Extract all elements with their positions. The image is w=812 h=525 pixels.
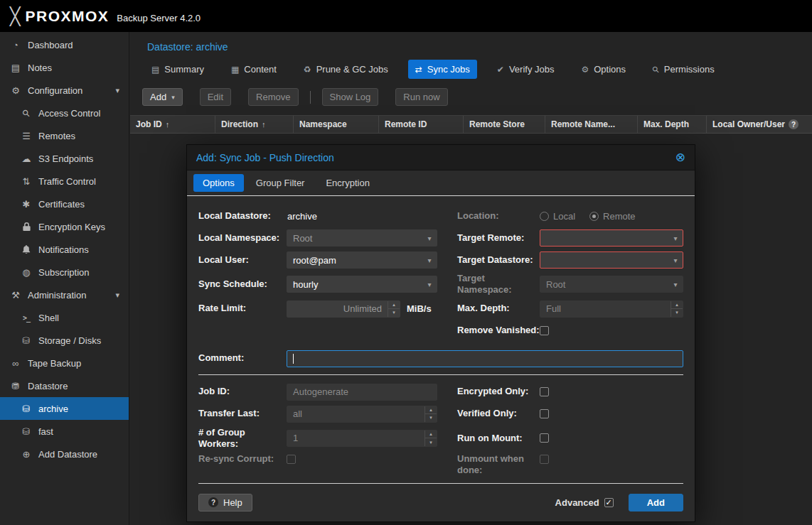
key-glyph: ⚲ xyxy=(20,107,32,119)
tab-sync-jobs[interactable]: ⇄ Sync Jobs xyxy=(408,60,477,79)
column-header-local-owner-user[interactable]: Local Owner/User ? xyxy=(707,116,812,133)
verified-only-checkbox[interactable] xyxy=(540,409,549,418)
tab-verify-jobs[interactable]: ✔ Verify Jobs xyxy=(490,60,562,79)
spin-down-icon[interactable]: ▾ xyxy=(388,309,400,317)
rate-limit-label: Rate Limit: xyxy=(198,303,287,314)
content-grid-icon: ▦ xyxy=(231,65,239,75)
help-button[interactable]: ? Help xyxy=(198,494,252,512)
sidebar-item-storage-disks[interactable]: ⛁ Storage / Disks xyxy=(0,329,129,352)
chevron-down-icon[interactable]: ▾ xyxy=(422,281,437,288)
dialog-tabbar: Options Group Filter Encryption xyxy=(187,171,695,196)
target-datastore-combo[interactable]: ▾ xyxy=(540,251,683,269)
sidebar-item-archive[interactable]: ⛁ archive xyxy=(0,397,129,420)
column-label: Local Owner/User xyxy=(712,119,785,129)
column-label: Job ID xyxy=(136,119,162,129)
column-header-namespace[interactable]: Namespace xyxy=(294,116,379,133)
local-user-combo[interactable]: root@pam ▾ xyxy=(287,251,437,269)
comment-input[interactable] xyxy=(287,350,683,367)
tab-prune-gc-jobs[interactable]: ♻ Prune & GC Jobs xyxy=(297,60,395,79)
transfer-last-label: Transfer Last: xyxy=(198,408,287,419)
column-header-max-depth[interactable]: Max. Depth xyxy=(638,116,707,133)
chevron-down-icon[interactable]: ▾ xyxy=(115,291,119,300)
sidebar-item-fast[interactable]: ⛁ fast xyxy=(0,420,129,443)
sidebar-item-administration[interactable]: ⚒ Administration ▾ xyxy=(0,283,129,306)
sidebar-item-notifications[interactable]: Notifications xyxy=(0,238,129,261)
rate-limit-spinner[interactable]: Unlimited ▴ ▾ xyxy=(287,301,400,318)
sidebar-item-subscription[interactable]: ◍ Subscription xyxy=(0,261,129,283)
add-button[interactable]: Add ▾ xyxy=(142,88,183,106)
target-remote-combo[interactable]: ▾ xyxy=(540,229,683,247)
edit-button[interactable]: Edit xyxy=(200,88,231,106)
sidebar-nav: ◔ Dashboard ▤ Notes ⚙ Configuration ▾ ⚲ … xyxy=(0,32,129,525)
location-radio-remote[interactable] xyxy=(589,212,599,221)
dialog-tab-group-filter[interactable]: Group Filter xyxy=(247,174,314,192)
sidebar-item-shell[interactable]: >_ Shell xyxy=(0,306,129,329)
sidebar-item-access-control[interactable]: ⚲ Access Control xyxy=(0,102,129,124)
chevron-down-icon[interactable]: ▾ xyxy=(422,234,437,242)
dialog-tab-encryption[interactable]: Encryption xyxy=(316,174,378,192)
dialog-add-button-label: Add xyxy=(647,497,665,508)
spin-up-icon[interactable]: ▴ xyxy=(388,301,400,310)
column-help-icon[interactable]: ? xyxy=(789,119,798,129)
sidebar-item-traffic-control[interactable]: ⇅ Traffic Control xyxy=(0,170,129,193)
spin-up-icon: ▴ xyxy=(671,301,683,310)
group-workers-spinner[interactable]: 1 ▴ ▾ xyxy=(287,430,437,447)
add-button-label: Add xyxy=(150,92,166,102)
spin-up-icon: ▴ xyxy=(425,406,437,415)
show-log-button-label: Show Log xyxy=(330,92,371,102)
run-now-button[interactable]: Run now xyxy=(395,88,447,106)
tab-options[interactable]: ⚙ Options xyxy=(574,60,633,79)
proxmox-logo-icon: ╳ xyxy=(10,8,20,25)
tab-summary[interactable]: ▤ Summary xyxy=(144,60,211,79)
column-header-remote-store[interactable]: Remote Store xyxy=(464,116,545,133)
chevron-down-icon[interactable]: ▾ xyxy=(422,256,437,264)
dialog-add-button[interactable]: Add xyxy=(629,494,683,512)
sidebar-item-datastore[interactable]: ⛃ Datastore xyxy=(0,374,129,397)
tab-permissions[interactable]: ⚲ Permissions xyxy=(646,60,722,79)
column-header-job-id[interactable]: Job ID ↑ xyxy=(130,116,215,133)
run-on-mount-checkbox[interactable] xyxy=(540,433,549,443)
max-depth-spinner[interactable]: Full ▴ ▾ xyxy=(540,301,683,318)
chevron-down-icon[interactable]: ▾ xyxy=(115,86,119,95)
location-radio-local[interactable] xyxy=(540,212,549,221)
key-glyph: ⚲ xyxy=(650,63,661,75)
encrypted-only-checkbox[interactable] xyxy=(540,387,549,396)
remove-button[interactable]: Remove xyxy=(248,88,298,106)
sidebar-item-configuration[interactable]: ⚙ Configuration ▾ xyxy=(0,79,129,102)
encrypted-only-label: Encrypted Only: xyxy=(457,386,540,397)
transfer-last-spinner[interactable]: all ▴ ▾ xyxy=(287,406,437,423)
target-remote-label: Target Remote: xyxy=(457,232,540,244)
tab-content[interactable]: ▦ Content xyxy=(224,60,284,79)
local-namespace-combo[interactable]: Root ▾ xyxy=(287,229,437,247)
sidebar-item-remotes[interactable]: ☰ Remotes xyxy=(0,124,129,147)
tab-label: Permissions xyxy=(664,64,715,75)
sync-schedule-combo[interactable]: hourly ▾ xyxy=(287,276,437,293)
target-namespace-combo[interactable]: Root ▾ xyxy=(540,276,683,293)
chevron-down-icon[interactable]: ▾ xyxy=(668,256,683,264)
sidebar-item-notes[interactable]: ▤ Notes xyxy=(0,56,129,79)
dialog-title: Add: Sync Job - Push Direction xyxy=(196,152,334,163)
dialog-header[interactable]: Add: Sync Job - Push Direction ⊗ xyxy=(187,145,695,171)
close-icon[interactable]: ⊗ xyxy=(675,151,685,163)
sidebar-item-encryption-keys[interactable]: Encryption Keys xyxy=(0,215,129,238)
sidebar-item-dashboard[interactable]: ◔ Dashboard xyxy=(0,33,129,56)
show-log-button[interactable]: Show Log xyxy=(322,88,379,106)
column-header-remote-id[interactable]: Remote ID xyxy=(379,116,464,133)
section-divider xyxy=(198,374,683,375)
column-label: Direction xyxy=(221,119,258,129)
column-header-direction[interactable]: Direction ↑ xyxy=(215,116,294,133)
sidebar-item-s3-endpoints[interactable]: ☁ S3 Endpoints xyxy=(0,147,129,170)
chevron-down-icon[interactable]: ▾ xyxy=(668,234,683,242)
sidebar-item-add-datastore[interactable]: ⊕ Add Datastore xyxy=(0,443,129,465)
notes-icon: ▤ xyxy=(9,63,23,73)
dialog-tab-options[interactable]: Options xyxy=(193,174,244,192)
advanced-checkbox[interactable]: ✓ xyxy=(604,498,614,507)
remove-button-label: Remove xyxy=(256,92,290,102)
dialog-tab-label: Encryption xyxy=(326,178,369,188)
column-header-remote-namespace[interactable]: Remote Name... xyxy=(545,116,638,133)
sidebar-item-tape-backup[interactable]: ∞ Tape Backup xyxy=(0,352,129,374)
top-header-bar: ╳ PROXMOX Backup Server 4.2.0 xyxy=(0,0,812,32)
sidebar-item-certificates[interactable]: ✱ Certificates xyxy=(0,193,129,215)
remove-vanished-checkbox[interactable] xyxy=(540,326,549,335)
job-id-input[interactable]: Autogenerate xyxy=(287,384,437,401)
